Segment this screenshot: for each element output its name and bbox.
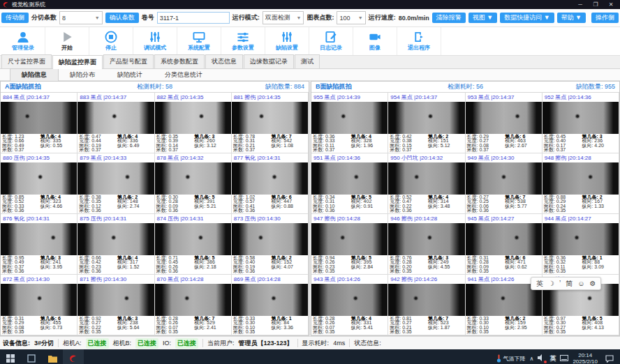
defect-tile[interactable]: 876 氧化 |20:14:31长度: 0.95宽度: 0.49面积: 0.37…: [1, 214, 78, 275]
ime-toolbar[interactable]: 英☽’简☺⚙: [531, 277, 601, 290]
close-icon[interactable]: ✕: [603, 0, 619, 9]
defect-thumbnail-image[interactable]: [311, 102, 388, 134]
defect-thumbnail-image[interactable]: [155, 162, 231, 195]
defect-tile-header[interactable]: 945 黑点 |20:14:27: [466, 214, 542, 223]
ime-item-⚙[interactable]: ⚙: [589, 280, 596, 287]
defect-tile[interactable]: 950 小凹坑 |20:14:32长度: 0.52宽度: 0.47面积: 0.2…: [388, 153, 465, 214]
file-explorer-icon[interactable]: [42, 349, 63, 364]
defect-tile[interactable]: 883 黑点 |20:14:37长度: 0.47宽度: 0.44面积: 0.19…: [78, 93, 154, 153]
defect-tile[interactable]: 951 黑点 |20:14:36长度: 0.34宽度: 0.31面积: 0.10…: [311, 153, 388, 214]
ime-item-简[interactable]: 简: [566, 279, 573, 289]
ime-item-’[interactable]: ’: [559, 280, 561, 287]
日志记录-action-button[interactable]: 日志记录: [309, 27, 353, 55]
defect-thumbnail-image[interactable]: [1, 102, 77, 134]
minimize-icon[interactable]: ─: [573, 0, 588, 9]
defect-thumbnail-image[interactable]: [78, 284, 154, 316]
volume-icon[interactable]: [538, 354, 545, 363]
defect-tile[interactable]: 870 黑点 |20:14:28长度: 0.28宽度: 0.26面积: 0.07…: [155, 275, 232, 335]
defect-thumbnail-image[interactable]: [311, 284, 388, 316]
help-menu-button[interactable]: 帮助 ▼: [557, 13, 586, 23]
action-center-icon[interactable]: [602, 349, 617, 364]
defect-thumbnail-image[interactable]: [78, 223, 154, 255]
defect-tile[interactable]: 875 压伤 |20:14:31长度: 0.66宽度: 0.42面积: 0.23…: [78, 214, 154, 275]
defect-thumbnail-image[interactable]: [155, 102, 231, 134]
run-mode-select[interactable]: 双面检测▼: [263, 11, 304, 24]
defect-thumbnail-image[interactable]: [311, 223, 388, 255]
defect-tile-header[interactable]: 952 黑点 |20:14:36: [542, 93, 619, 102]
task-view-icon[interactable]: [21, 349, 42, 364]
defect-thumbnail-image[interactable]: [232, 223, 308, 255]
defect-thumbnail-image[interactable]: [466, 223, 542, 255]
defect-tile-header[interactable]: 949 黑点 |20:14:30: [466, 153, 542, 162]
defect-tile[interactable]: 945 黑点 |20:14:27长度: 0.31宽度: 0.28面积: 0.09…: [466, 214, 542, 275]
defect-tile[interactable]: 874 压伤 |20:14:31长度: 0.71宽度: 0.45面积: 0.26…: [155, 214, 232, 275]
退出程序-action-button[interactable]: 退出程序: [397, 27, 441, 55]
ime-item-☺[interactable]: ☺: [577, 280, 584, 287]
ime-language-indicator[interactable]: 英: [549, 354, 556, 363]
defect-tile-header[interactable]: 881 擦伤 |20:14:35: [232, 93, 308, 102]
defect-tile-header[interactable]: 944 黑点 |20:14:27: [542, 214, 619, 223]
weather-widget[interactable]: 气温下降: [496, 354, 526, 363]
defect-tile[interactable]: 949 黑点 |20:14:30长度: 0.27宽度: 0.25面积: 0.06…: [466, 153, 542, 214]
operate-side-button[interactable]: 操作侧: [591, 13, 619, 23]
defect-thumbnail-image[interactable]: [388, 223, 464, 255]
defect-thumbnail-image[interactable]: [78, 162, 154, 195]
roll-number-input[interactable]: [157, 12, 230, 24]
defect-tile-header[interactable]: 871 擦伤 |20:14:30: [78, 275, 154, 284]
defect-tile[interactable]: 943 黑点 |20:14:26长度: 0.28宽度: 0.26面积: 0.07…: [311, 275, 388, 335]
tab-产品型号配置[interactable]: 产品型号配置: [103, 54, 154, 68]
defect-thumbnail-image[interactable]: [232, 284, 308, 316]
开始-action-button[interactable]: 开始: [45, 27, 89, 55]
tab-状态信息[interactable]: 状态信息: [205, 54, 243, 68]
defect-tile[interactable]: 942 擦伤 |20:14:26长度: 0.81宽度: 0.27面积: 0.21…: [388, 275, 465, 335]
defect-thumbnail-image[interactable]: [232, 102, 308, 134]
defect-tile-header[interactable]: 880 压伤 |20:14:35: [1, 153, 77, 162]
defect-tile[interactable]: 952 黑点 |20:14:36长度: 0.45宽度: 0.40面积: 0.17…: [542, 93, 619, 153]
defect-tile-header[interactable]: 870 黑点 |20:14:28: [155, 275, 231, 284]
defect-thumbnail-image[interactable]: [1, 284, 77, 316]
view-menu-button[interactable]: 视图 ▼: [468, 13, 497, 23]
defect-thumbnail-image[interactable]: [466, 102, 542, 134]
defect-tile[interactable]: 879 黑点 |20:14:33长度: 0.38宽度: 0.35面积: 0.12…: [78, 153, 154, 214]
defect-tile-header[interactable]: 948 擦伤 |20:14:28: [542, 153, 619, 162]
defect-tile-header[interactable]: 882 黑点 |20:14:35: [155, 93, 231, 102]
defect-tile-header[interactable]: 884 黑点 |20:14:37: [1, 93, 77, 102]
defect-tile-header[interactable]: 943 黑点 |20:14:26: [311, 275, 388, 284]
subtab-分类信息统计[interactable]: 分类信息统计: [154, 69, 214, 81]
defect-thumbnail-image[interactable]: [232, 162, 308, 195]
defect-tile-header[interactable]: 877 氧化 |20:14:31: [232, 153, 308, 162]
subtab-缺陷分布[interactable]: 缺陷分布: [59, 69, 106, 81]
chart-points-select[interactable]: 100▼: [337, 11, 365, 24]
defect-thumbnail-image[interactable]: [1, 162, 77, 195]
tab-缺陷监控界面[interactable]: 缺陷监控界面: [52, 55, 103, 69]
defect-tile[interactable]: 869 黑点 |20:14:28长度: 0.33宽度: 0.30面积: 0.10…: [232, 275, 309, 335]
defect-tile-header[interactable]: 954 黑点 |20:14:37: [388, 93, 464, 102]
inspection-app-taskbar-icon[interactable]: [63, 349, 84, 364]
defect-tile[interactable]: 872 黑点 |20:14:30长度: 0.31宽度: 0.29面积: 0.08…: [1, 275, 78, 335]
defect-tile[interactable]: 882 黑点 |20:14:35长度: 0.35宽度: 0.39面积: 0.14…: [155, 93, 232, 153]
defect-tile[interactable]: 884 黑点 |20:14:37长度: 1.23宽度: 0.66面积: 0.49…: [1, 93, 78, 153]
defect-tile-header[interactable]: 878 黑点 |20:14:32: [155, 153, 231, 162]
defect-tile-header[interactable]: 951 黑点 |20:14:36: [311, 153, 388, 162]
taskbar-clock[interactable]: 20:14 2025/2/10: [573, 352, 598, 364]
defect-tile[interactable]: 944 黑点 |20:14:27长度: 0.36宽度: 0.32面积: 0.11…: [542, 214, 619, 275]
defect-thumbnail-image[interactable]: [78, 102, 154, 134]
defect-thumbnail-image[interactable]: [1, 223, 77, 255]
tab-边缘数据记录[interactable]: 边缘数据记录: [244, 54, 294, 68]
data-quick-access-menu-button[interactable]: 数据快捷访问 ▼: [500, 13, 554, 23]
defect-tile[interactable]: 878 黑点 |20:14:32长度: 0.30宽度: 0.28面积: 0.09…: [155, 153, 232, 214]
defect-tile-header[interactable]: 872 黑点 |20:14:30: [1, 275, 77, 284]
参数设置-action-button[interactable]: 参数设置: [221, 27, 265, 55]
tab-测试[interactable]: 测试: [295, 54, 320, 68]
tab-尺寸监控界面[interactable]: 尺寸监控界面: [1, 54, 52, 68]
defect-tile-header[interactable]: 942 擦伤 |20:14:26: [388, 275, 464, 284]
drive-side-button[interactable]: 传动侧: [1, 13, 29, 23]
defect-tile-header[interactable]: 876 氧化 |20:14:31: [1, 214, 77, 223]
tab-系统参数配置[interactable]: 系统参数配置: [154, 54, 205, 68]
defect-tile-header[interactable]: 874 压伤 |20:14:31: [155, 214, 231, 223]
图像-action-button[interactable]: 图像: [353, 27, 397, 55]
停止-action-button[interactable]: 停止: [89, 27, 133, 55]
touch-keyboard-icon[interactable]: [560, 355, 568, 363]
defect-thumbnail-image[interactable]: [466, 162, 542, 195]
defect-thumbnail-image[interactable]: [311, 162, 388, 195]
